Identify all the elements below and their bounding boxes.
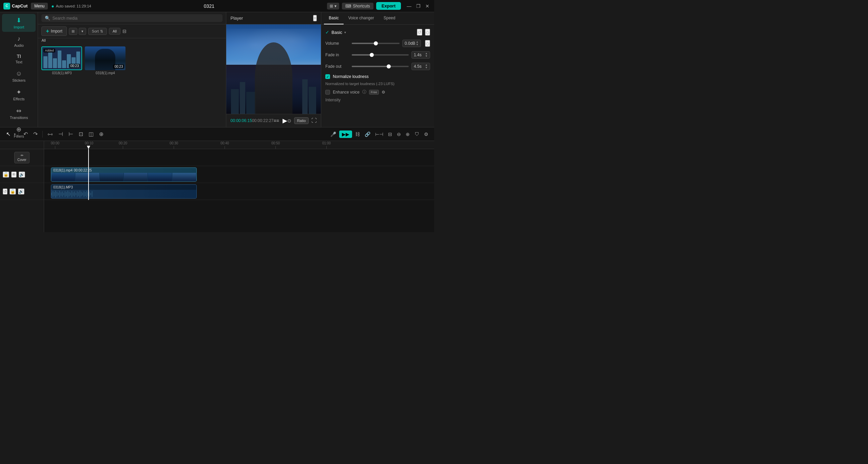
cover-button[interactable]: ✏ Cover — [14, 152, 30, 163]
fade-in-spinners: ▲ ▼ — [425, 52, 428, 58]
fade-in-slider[interactable] — [352, 54, 409, 56]
video-clip[interactable]: 0318(1).mp4 00:00:22:25 — [51, 167, 197, 182]
svg-rect-16 — [73, 193, 74, 196]
svg-rect-23 — [82, 193, 83, 195]
screenshot-button[interactable]: ⊙ — [287, 117, 291, 124]
layout-button[interactable]: ⊞ ▾ — [327, 3, 339, 9]
video-thumb-5 — [148, 173, 172, 181]
sort-button[interactable]: Sort ⇅ — [88, 28, 107, 35]
freeze-button[interactable]: ◫ — [86, 129, 96, 139]
video-lock-icon[interactable]: 🔓 — [3, 172, 9, 178]
play-button[interactable]: ▶ — [283, 117, 287, 124]
volume-down-spinner[interactable]: ▼ — [416, 43, 419, 46]
tick-label: 00:50 — [271, 141, 280, 145]
caption-button[interactable]: ⊟ — [386, 130, 394, 138]
audio-clip[interactable]: 0318(1).MP3 — [51, 184, 197, 199]
import-button[interactable]: + Import — [41, 26, 66, 36]
video-volume-icon[interactable]: 🔊 — [19, 172, 25, 178]
zoom-out-button[interactable]: ⊖ — [395, 130, 403, 138]
trim-end-button[interactable]: ⊢ — [66, 129, 75, 139]
tab-audio[interactable]: ♪ Audio — [2, 33, 36, 50]
plus-icon: + — [46, 28, 49, 34]
menu-button[interactable]: Menu — [31, 3, 48, 9]
fit-button[interactable]: ⛉ — [413, 130, 421, 138]
audio-track-row: 0318(1).MP3 — [44, 183, 434, 200]
timeline-ruler: 00:00 00:10 00:20 00:30 00:40 — [44, 141, 434, 149]
diamond-icon-button[interactable]: ◇ — [425, 29, 430, 36]
connect-button[interactable]: ⛓ — [353, 130, 362, 138]
fade-in-thumb[interactable] — [370, 53, 374, 57]
tab-transitions[interactable]: ⇔ Transitions — [2, 104, 36, 122]
current-time: 00:00:06:15 — [230, 118, 252, 123]
ratio-button[interactable]: Ratio — [294, 117, 309, 124]
video-eye-icon[interactable]: 👁 — [11, 172, 17, 178]
audio-loop-icon[interactable]: ↺ — [3, 188, 7, 195]
shortcuts-button[interactable]: ⌨ Shortcuts — [342, 3, 373, 9]
close-button[interactable]: ✕ — [424, 3, 431, 9]
filter-icon-button[interactable]: ⊟ — [122, 28, 127, 34]
split-button[interactable]: ⧟ — [45, 130, 55, 139]
search-box[interactable]: 🔍 — [41, 14, 223, 22]
fade-in-label: Fade in — [325, 53, 349, 57]
tab-stickers[interactable]: ☺ Stickers — [2, 67, 36, 85]
media-thumbnail[interactable]: 00:23 — [85, 46, 126, 70]
svg-rect-28 — [89, 191, 90, 197]
svg-rect-26 — [86, 191, 87, 197]
audio-volume-icon[interactable]: 🔊 — [18, 188, 24, 195]
enhance-settings-button[interactable]: ⚙ — [382, 90, 385, 95]
mic-button[interactable]: 🎤 — [329, 130, 338, 138]
search-input[interactable] — [52, 16, 219, 21]
active-track-button[interactable]: ▶▶ — [339, 130, 352, 138]
delete-button[interactable]: ⊡ — [77, 129, 85, 139]
grid-view-button[interactable]: ⊞ — [69, 28, 77, 35]
volume-diamond-button[interactable]: ◇ — [425, 40, 430, 47]
fade-in-down-spinner[interactable]: ▼ — [425, 55, 428, 58]
redo-button[interactable]: ↷ — [31, 129, 40, 139]
mirror-button[interactable]: ⊕ — [97, 129, 105, 139]
audio-clip-name: 0318(1).MP3 — [53, 185, 73, 189]
enhance-row: Enhance voice ⓘ Free ⚙ — [325, 89, 430, 95]
list-view-button[interactable]: ▾ — [79, 28, 86, 35]
fade-out-slider[interactable] — [352, 66, 409, 67]
minimize-button[interactable]: — — [405, 3, 413, 9]
media-thumbnail[interactable]: Added 00:23 — [41, 46, 82, 70]
restore-button[interactable]: ❐ — [415, 3, 422, 9]
zoom-in-button[interactable]: ⊕ — [404, 130, 411, 138]
volume-control: Volume 0.0dB ▲ ▼ ◇ — [325, 40, 430, 47]
trim-start-button[interactable]: ⊣ — [56, 129, 65, 139]
enhance-checkbox[interactable] — [325, 90, 330, 95]
tab-effects[interactable]: ✦ Effects — [2, 86, 36, 104]
audio-lock-icon[interactable]: 🔓 — [9, 188, 16, 195]
basic-section-title: Basic — [331, 30, 342, 35]
undo-button[interactable]: ↶ — [21, 129, 30, 139]
tab-effects-label: Effects — [13, 97, 24, 101]
export-button[interactable]: Export — [376, 2, 401, 10]
tab-text[interactable]: TI Text — [2, 51, 36, 67]
chapter-list-button[interactable]: ≡≡ — [273, 118, 279, 123]
tab-speed[interactable]: Speed — [379, 12, 400, 24]
link-button[interactable]: 🔗 — [363, 130, 372, 138]
select-tool-button[interactable]: ↖ — [4, 129, 13, 139]
playhead[interactable] — [88, 149, 89, 200]
list-item[interactable]: Added 00:23 0318(1).MP3 — [41, 46, 82, 75]
tab-voice-changer[interactable]: Voice changer — [344, 12, 379, 24]
settings-button[interactable]: ⚙ — [422, 130, 430, 138]
view-options: ⊞ ▾ — [69, 28, 86, 35]
all-filter-button[interactable]: All — [109, 28, 120, 35]
list-item[interactable]: 00:23 0318(1).mp4 — [85, 46, 126, 75]
volume-slider[interactable] — [352, 43, 400, 44]
player-menu-button[interactable]: ≡ — [313, 15, 317, 21]
tab-basic[interactable]: Basic — [324, 12, 343, 24]
tab-import[interactable]: ⬇ Import — [2, 14, 36, 32]
fullscreen-button[interactable]: ⛶ — [311, 117, 317, 124]
volume-thumb[interactable] — [374, 41, 378, 45]
fade-out-down-spinner[interactable]: ▼ — [425, 66, 428, 69]
fade-out-thumb[interactable] — [387, 64, 391, 68]
project-title: 0321 — [95, 3, 324, 9]
svg-rect-0 — [51, 193, 52, 195]
split-audio-button[interactable]: ⊢⊣ — [373, 130, 385, 138]
reset-icon-button[interactable]: ↺ — [417, 29, 422, 36]
svg-rect-5 — [58, 193, 59, 195]
normalize-checkbox[interactable]: ✓ — [325, 74, 330, 79]
svg-rect-11 — [66, 192, 67, 196]
